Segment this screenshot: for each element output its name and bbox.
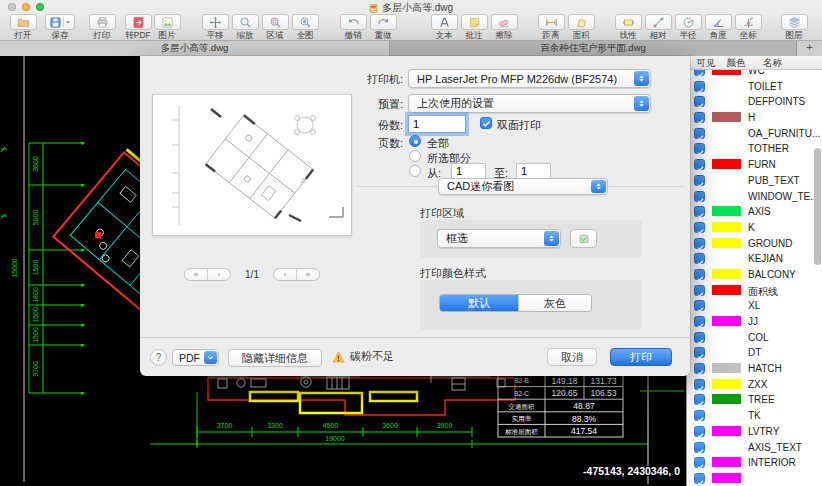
printer-select[interactable]: HP LaserJet Pro MFP M226dw (BF2574) xyxy=(408,69,651,88)
eraser-icon xyxy=(491,14,518,30)
layer-visible-checkbox[interactable] xyxy=(694,379,705,390)
toolbar-button-angle[interactable]: 角度 xyxy=(703,14,733,40)
print-button[interactable]: 打印 xyxy=(610,348,672,366)
layer-visible-checkbox[interactable] xyxy=(694,442,705,453)
toolbar-button-redo[interactable]: 重做 xyxy=(368,14,398,40)
layer-visible-checkbox[interactable] xyxy=(694,269,705,280)
layer-visible-checkbox[interactable] xyxy=(694,332,705,343)
layer-color-swatch[interactable] xyxy=(712,363,741,373)
layer-visible-checkbox[interactable] xyxy=(694,112,705,123)
toolbar-button-printer[interactable]: 打印 xyxy=(87,14,117,40)
layer-visible-checkbox[interactable] xyxy=(694,253,705,264)
layer-visible-checkbox[interactable] xyxy=(694,300,705,311)
first-page-button[interactable]: « xyxy=(185,269,207,280)
layer-visible-checkbox[interactable] xyxy=(694,191,705,202)
preset-select[interactable]: 上次使用的设置 xyxy=(408,94,651,113)
layer-color-swatch[interactable] xyxy=(712,70,741,75)
layer-color-swatch[interactable] xyxy=(712,222,741,232)
layer-visible-checkbox[interactable] xyxy=(694,363,705,374)
undo-icon xyxy=(340,14,367,30)
range-from-input[interactable] xyxy=(451,163,486,179)
color-style-default-option[interactable]: 默认 xyxy=(440,295,518,311)
prev-page-button[interactable]: ‹ xyxy=(207,269,230,280)
print-area-select[interactable]: 框选 xyxy=(437,229,561,248)
app-options-select[interactable]: CAD迷你看图 xyxy=(438,178,608,195)
toolbar-button-move[interactable]: 平移 xyxy=(200,14,230,40)
toolbar-button-eraser[interactable]: 擦除 xyxy=(489,14,519,40)
toolbar-button-folder[interactable]: 打开 xyxy=(8,14,38,40)
layer-visible-checkbox[interactable] xyxy=(694,457,705,468)
duplex-checkbox[interactable] xyxy=(480,117,492,129)
toolbar-button-pdf[interactable]: 转PDF xyxy=(123,14,153,40)
toolbar-button-relative[interactable]: 相对 xyxy=(643,14,673,40)
layer-color-swatch[interactable] xyxy=(712,316,741,326)
toolbar-button-text[interactable]: 文本 xyxy=(429,14,459,40)
layer-color-swatch[interactable] xyxy=(712,473,741,483)
layer-color-swatch[interactable] xyxy=(712,112,741,122)
tab-other-document[interactable]: 百余种住宅户形平面.dwg xyxy=(390,41,797,56)
toolbar-button-distance[interactable]: 距离 xyxy=(536,14,566,40)
hide-details-button[interactable]: 隐藏详细信息 xyxy=(228,349,322,367)
toolbar-button-zoom-all[interactable]: 全图 xyxy=(290,14,320,40)
layer-visible-checkbox[interactable] xyxy=(694,394,705,405)
toolbar-button-zoom[interactable]: 缩放 xyxy=(230,14,260,40)
layer-visible-checkbox[interactable] xyxy=(694,285,705,296)
layer-visible-checkbox[interactable] xyxy=(694,206,705,217)
layer-visible-checkbox[interactable] xyxy=(694,410,705,421)
tab-bar: 多层小高等.dwg 百余种住宅户形平面.dwg + xyxy=(0,41,822,56)
layer-color-swatch[interactable] xyxy=(712,426,741,436)
color-style-gray-option[interactable]: 灰色 xyxy=(518,295,591,311)
range-to-input[interactable] xyxy=(516,163,551,179)
layer-visible-checkbox[interactable] xyxy=(694,96,705,107)
toolbar-button-radius[interactable]: 半径 xyxy=(673,14,703,40)
layer-color-swatch[interactable] xyxy=(712,238,741,248)
copies-input[interactable] xyxy=(408,115,466,133)
layer-visible-checkbox[interactable] xyxy=(694,426,705,437)
svg-text:15000: 15000 xyxy=(11,258,18,278)
area-pick-button[interactable] xyxy=(570,229,597,248)
layer-visible-checkbox[interactable] xyxy=(694,143,705,154)
layer-visible-checkbox[interactable] xyxy=(694,81,705,92)
layer-visible-checkbox[interactable] xyxy=(694,238,705,249)
toolbar-button-area[interactable]: 面积 xyxy=(566,14,596,40)
layers-scrollbar[interactable] xyxy=(814,148,821,265)
layer-color-swatch[interactable] xyxy=(712,285,741,295)
cancel-button[interactable]: 取消 xyxy=(547,348,597,366)
svg-text:19000: 19000 xyxy=(325,435,345,442)
layer-color-swatch[interactable] xyxy=(712,457,741,467)
layer-visible-checkbox[interactable] xyxy=(694,128,705,139)
layer-color-swatch[interactable] xyxy=(712,394,741,404)
layer-visible-checkbox[interactable] xyxy=(694,222,705,233)
new-tab-button[interactable]: + xyxy=(797,41,822,56)
pages-range-radio[interactable] xyxy=(409,165,421,177)
pages-selection-radio[interactable] xyxy=(409,150,421,162)
layer-color-swatch[interactable] xyxy=(712,269,741,279)
last-page-button[interactable]: » xyxy=(296,269,319,280)
layer-color-swatch[interactable] xyxy=(712,206,741,216)
toolbar-button-note[interactable]: 批注 xyxy=(459,14,489,40)
pdf-menu-button[interactable]: PDF xyxy=(172,349,219,366)
toolbar-button-image[interactable]: 图片 xyxy=(152,14,182,40)
toolbar-button-floppy[interactable]: 保存 xyxy=(45,14,75,40)
layer-visible-checkbox[interactable] xyxy=(694,159,705,170)
print-area-title: 打印区域 xyxy=(420,206,464,221)
toolbar-button-zoom-region[interactable]: 区域 xyxy=(260,14,290,40)
layer-color-swatch[interactable] xyxy=(712,379,741,389)
pages-all-radio[interactable] xyxy=(409,135,421,147)
check-icon xyxy=(696,243,705,252)
toolbar-button-undo[interactable]: 撤销 xyxy=(338,14,368,40)
layer-visible-checkbox[interactable] xyxy=(694,347,705,358)
toolbar-button-layers[interactable]: 图层 xyxy=(779,14,809,40)
layer-visible-checkbox[interactable] xyxy=(694,175,705,186)
toolbar-button-linear[interactable]: 线性 xyxy=(613,14,643,40)
help-button[interactable]: ? xyxy=(150,349,167,366)
next-page-button[interactable]: › xyxy=(274,269,296,280)
layer-color-swatch[interactable] xyxy=(712,159,741,169)
layer-visible-checkbox[interactable] xyxy=(694,473,705,484)
layer-visible-checkbox[interactable] xyxy=(694,316,705,327)
layer-visible-checkbox[interactable] xyxy=(694,70,705,76)
toolbar-button-coord[interactable]: 坐标 xyxy=(733,14,763,40)
layer-name: 面积线 xyxy=(748,285,778,299)
duplex-label: 双面打印 xyxy=(497,118,541,133)
tab-current-document[interactable]: 多层小高等.dwg xyxy=(0,41,390,56)
